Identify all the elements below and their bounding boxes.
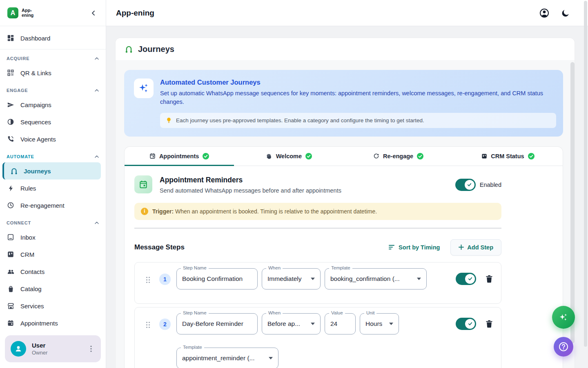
- field-value: Day-Before Reminder: [182, 320, 243, 328]
- account-circle-icon: [539, 8, 550, 18]
- sidebar-collapse-button[interactable]: [88, 7, 99, 19]
- step1-template-select[interactable]: Template booking_confirmation (...: [325, 268, 427, 289]
- sidebar-item-contacts[interactable]: Contacts: [0, 263, 106, 280]
- sidebar-item-label: QR & Links: [20, 70, 51, 76]
- tab-crm-status[interactable]: CRM Status: [453, 147, 563, 166]
- sidebar-item-services[interactable]: Services: [0, 297, 106, 314]
- journeys-info-banner: Automated Customer Journeys Set up autom…: [124, 70, 563, 137]
- tab-welcome[interactable]: Welcome: [234, 147, 343, 166]
- drag-handle-icon[interactable]: [146, 321, 150, 328]
- step-card-1: 1 Step Name Booking Confirmation When Im…: [134, 262, 501, 304]
- step2-template-select[interactable]: Template appointment_reminder (...: [176, 348, 278, 368]
- field-value: booking_confirmation (...: [330, 275, 400, 283]
- step2-when-select[interactable]: When Before ap...: [262, 313, 321, 334]
- sidebar-item-label: Campaigns: [20, 101, 51, 108]
- dropdown-caret-icon: [417, 278, 421, 280]
- user-name: User: [32, 342, 47, 349]
- main-panel: Journeys Automated Customer Journeys Set…: [116, 38, 575, 368]
- sort-by-timing-button[interactable]: Sort by Timing: [389, 244, 440, 251]
- sidebar-item-appointments[interactable]: Appointments: [0, 314, 106, 332]
- dropdown-caret-icon: [311, 323, 315, 325]
- clock-icon: [7, 201, 15, 209]
- appointments-tab-content: Appointment Reminders Send automated Wha…: [125, 166, 563, 368]
- sidebar-item-qr-links[interactable]: QR & Links: [0, 64, 106, 81]
- sidebar-item-journeys[interactable]: Journeys: [2, 162, 101, 180]
- sort-label: Sort by Timing: [399, 244, 440, 251]
- tab-appointments[interactable]: Appointments: [125, 147, 234, 166]
- chevron-left-icon: [91, 10, 96, 16]
- help-fab[interactable]: [554, 337, 573, 357]
- sidebar-item-label: Rules: [20, 185, 36, 192]
- step2-value-field[interactable]: Value 24: [325, 313, 356, 334]
- check-badge-icon: [528, 153, 535, 159]
- step2-unit-select[interactable]: Unit Hours: [360, 313, 399, 334]
- step2-delete-button[interactable]: [486, 320, 493, 328]
- sidebar-item-crm[interactable]: CRM: [0, 246, 106, 263]
- field-label: When: [266, 310, 283, 315]
- page-header: Journeys: [116, 38, 575, 60]
- field-value: Before ap...: [267, 320, 300, 328]
- section-header-acquire[interactable]: ACQUIRE: [0, 49, 106, 64]
- sparkles-icon: [138, 83, 149, 94]
- step-number-badge: 1: [159, 274, 171, 285]
- field-label: When: [266, 265, 283, 270]
- section-header-engage[interactable]: ENGAGE: [0, 81, 106, 96]
- reminders-subtitle: Send automated WhatsApp messages before …: [160, 187, 341, 194]
- divider: [134, 228, 501, 229]
- reminders-enabled-toggle[interactable]: [455, 179, 476, 191]
- reminders-title: Appointment Reminders: [160, 176, 341, 184]
- add-step-button[interactable]: Add Step: [450, 239, 501, 256]
- drag-handle-icon[interactable]: [146, 276, 150, 283]
- sidebar-item-catalog[interactable]: Catalog: [0, 280, 106, 297]
- field-value: Immediately: [267, 275, 302, 283]
- refresh-icon: [373, 153, 379, 159]
- step1-when-select[interactable]: When Immediately: [262, 268, 321, 289]
- reminders-calendar-tile: [134, 175, 152, 193]
- dark-mode-toggle[interactable]: [561, 9, 570, 18]
- sidebar-item-inbox[interactable]: Inbox: [0, 229, 106, 246]
- journeys-page-icon: [125, 45, 133, 54]
- sidebar-item-label: Catalog: [20, 285, 42, 292]
- step1-delete-button[interactable]: [486, 275, 493, 283]
- brand-line2: ening: [22, 13, 33, 18]
- sidebar-item-voice-agents[interactable]: Voice Agents: [0, 130, 106, 148]
- sidebar-item-reengagement[interactable]: Re-engagement: [0, 197, 106, 214]
- user-menu-button[interactable]: [86, 344, 96, 354]
- enabled-label: Enabled: [480, 182, 501, 188]
- check-badge-icon: [417, 153, 423, 159]
- field-value: Booking Confirmation: [182, 275, 243, 283]
- step2-name-field[interactable]: Step Name Day-Before Reminder: [176, 313, 258, 334]
- section-header-automate[interactable]: AUTOMATE: [0, 148, 106, 162]
- sidebar-item-label: Voice Agents: [20, 136, 56, 143]
- sidebar-header: A App- ening: [0, 0, 106, 26]
- banner-note: Each journey uses pre-approved templates…: [160, 113, 556, 128]
- tab-label: Appointments: [159, 153, 199, 159]
- page-title: Journeys: [138, 45, 174, 54]
- inbox-icon: [7, 233, 15, 241]
- window-scrollbar-thumb[interactable]: [584, 1, 587, 347]
- field-label: Unit: [364, 310, 376, 315]
- sidebar-item-label: Contacts: [20, 268, 45, 275]
- sidebar-item-dashboard[interactable]: Dashboard: [0, 29, 106, 47]
- field-label: Step Name: [181, 310, 209, 315]
- sidebar-item-sequences[interactable]: Sequences: [0, 113, 106, 130]
- panel-scrollbar-thumb[interactable]: [570, 62, 575, 343]
- section-label: AUTOMATE: [7, 154, 34, 159]
- tab-reengage[interactable]: Re-engage: [344, 147, 453, 166]
- app-window: A App- ening Dashboard ACQUIRE: [0, 0, 588, 368]
- step1-enabled-toggle[interactable]: [456, 273, 476, 285]
- ai-assistant-fab[interactable]: [552, 306, 575, 329]
- calendar-icon: [7, 319, 15, 327]
- account-button[interactable]: [539, 8, 550, 18]
- trigger-label: Trigger:: [152, 208, 174, 215]
- check-icon: [468, 276, 473, 281]
- step2-enabled-toggle[interactable]: [456, 318, 476, 330]
- sidebar-item-campaigns[interactable]: Campaigns: [0, 96, 106, 113]
- section-header-connect[interactable]: CONNECT: [0, 214, 106, 229]
- field-value: Hours: [365, 320, 382, 328]
- lightbulb-icon: [166, 117, 172, 124]
- step1-name-field[interactable]: Step Name Booking Confirmation: [176, 268, 258, 289]
- sidebar-item-rules[interactable]: Rules: [0, 180, 106, 197]
- people-icon: [7, 267, 15, 276]
- user-card[interactable]: User Owner: [5, 335, 101, 362]
